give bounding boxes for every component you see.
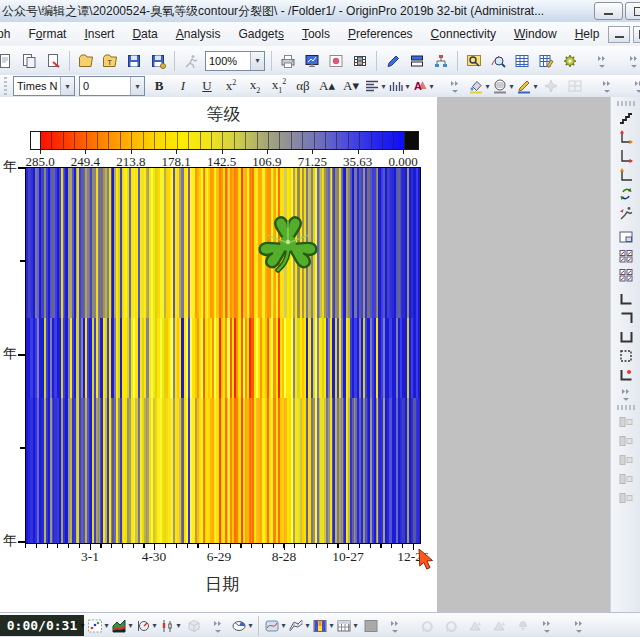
zoom-combo[interactable]: 100%▾ [205, 51, 265, 71]
find-window-icon[interactable] [462, 50, 486, 72]
menu-data[interactable]: Data [123, 23, 166, 45]
fill-color-button[interactable]: ▾ [467, 75, 491, 97]
menu-format[interactable]: Format [19, 23, 75, 45]
tick-style-button[interactable]: ▾ [387, 75, 411, 97]
exchange-xy-button[interactable] [615, 203, 637, 222]
rotation-overflow[interactable] [535, 615, 559, 637]
add-inset-layer-button[interactable] [615, 227, 637, 246]
toolbar-grip[interactable] [617, 405, 635, 410]
menu-tools[interactable]: Tools [293, 23, 339, 45]
print-icon[interactable] [276, 50, 300, 72]
x-minor-tick [251, 544, 252, 548]
menu-analysis[interactable]: Analysis [167, 23, 230, 45]
refresh-graph-button[interactable] [615, 184, 637, 203]
add-axes-button[interactable] [615, 127, 637, 146]
maximize-button[interactable] [625, 2, 640, 20]
video-export-icon[interactable] [348, 50, 372, 72]
open-file-icon[interactable] [74, 50, 98, 72]
merge-panels-button[interactable] [615, 265, 637, 284]
menu-preferences[interactable]: Preferences [339, 23, 422, 45]
menu-window[interactable]: Window [505, 23, 566, 45]
contour-plot-button[interactable]: ▾ [311, 615, 335, 637]
italic-button[interactable]: I [171, 75, 195, 97]
2d-graphs-overflow[interactable] [206, 615, 230, 637]
rescale-button[interactable] [615, 108, 637, 127]
x-minor-tick [143, 544, 144, 548]
layer-open-box-button[interactable] [615, 327, 637, 346]
add-bottom-axis-button[interactable] [615, 146, 637, 165]
minimize-button[interactable] [594, 2, 623, 20]
area-plot-button[interactable]: ▾ [110, 615, 134, 637]
worksheet-icon[interactable] [510, 50, 534, 72]
format-overflow-2[interactable] [595, 75, 619, 97]
toolbar-grip[interactable] [3, 77, 8, 95]
mdi-restore-button[interactable] [633, 26, 640, 43]
underline-button[interactable]: U [195, 75, 219, 97]
layer-frame-button[interactable] [615, 346, 637, 365]
x-tick-label: 8-28 [261, 549, 307, 565]
layer-bottom-left-button[interactable] [615, 289, 637, 308]
format-overflow-1[interactable] [443, 75, 467, 97]
polar-plot-button[interactable]: ▾ [134, 615, 158, 637]
font-size-combo[interactable]: 0▾ [79, 76, 145, 96]
zoom-graph-icon[interactable] [486, 50, 510, 72]
slide-show-icon[interactable] [300, 50, 324, 72]
new-workbook-icon[interactable] [0, 50, 17, 72]
layer-top-right-button[interactable] [615, 308, 637, 327]
empty-swatch[interactable] [359, 615, 383, 637]
options-icon[interactable] [558, 50, 582, 72]
pattern-color-button[interactable]: ▾ [491, 75, 515, 97]
menu-graph[interactable]: Graph [0, 23, 19, 45]
colorbar[interactable] [30, 131, 419, 150]
subsuperscript-button[interactable]: x12 [267, 75, 291, 97]
superscript-button[interactable]: x2 [219, 75, 243, 97]
menu-help[interactable]: Help [566, 23, 609, 45]
y-minor-tick [20, 260, 25, 262]
open-template-icon[interactable]: T [98, 50, 122, 72]
contour-plot[interactable] [25, 167, 421, 544]
toolbar-overflow-1[interactable] [590, 50, 614, 72]
toolbar-grip[interactable] [617, 101, 635, 106]
menu-insert[interactable]: Insert [75, 23, 123, 45]
add-left-axis-button[interactable] [615, 165, 637, 184]
x-minor-tick [111, 544, 112, 548]
3d-surface-button[interactable]: ▾ [263, 615, 287, 637]
graph-window-page[interactable]: 等级 285.0249.4213.8178.1142.5106.971.2535… [0, 97, 437, 612]
increase-font-button[interactable]: A▴ [315, 75, 339, 97]
save-project-icon[interactable] [122, 50, 146, 72]
layer-marker-button[interactable] [615, 365, 637, 384]
subscript-button[interactable]: x2 [243, 75, 267, 97]
font-combo[interactable]: Times N▾ [13, 76, 75, 96]
shamrock-image[interactable] [251, 200, 325, 284]
line-color-button[interactable]: ▾ [515, 75, 539, 97]
graph-toolbar-overflow[interactable] [615, 384, 637, 403]
pie-chart-button[interactable]: ▾ [230, 615, 254, 637]
save-as-icon[interactable] [146, 50, 170, 72]
far-right-overflow[interactable] [567, 615, 591, 637]
send-image-icon[interactable] [324, 50, 348, 72]
layer-list-icon[interactable] [405, 50, 429, 72]
bold-button[interactable]: B [147, 75, 171, 97]
edit-mode-icon[interactable] [381, 50, 405, 72]
x-minor-tick [68, 544, 69, 548]
project-explorer-icon[interactable] [429, 50, 453, 72]
toolbar-overflow-2[interactable] [622, 50, 640, 72]
menu-connectivity[interactable]: Connectivity [422, 23, 505, 45]
menu-gadgets[interactable]: Gadgets [230, 23, 293, 45]
import-data-icon[interactable] [41, 50, 65, 72]
image-plot-button[interactable]: ▾ [335, 615, 359, 637]
stock-plot-button[interactable]: ▾ [158, 615, 182, 637]
3d-wireframe-button[interactable]: ▾ [287, 615, 311, 637]
format-overflow-3[interactable] [627, 75, 640, 97]
x-minor-tick [391, 544, 392, 548]
mdi-minimize-button[interactable] [608, 26, 630, 43]
scatter-plot-button[interactable]: ▾ [86, 615, 110, 637]
greek-button[interactable]: αβ [291, 75, 315, 97]
paragraph-style-button[interactable]: ▾ [363, 75, 387, 97]
extract-panels-button[interactable] [615, 246, 637, 265]
duplicate-window-icon[interactable] [17, 50, 41, 72]
font-color-button[interactable]: A▾ [411, 75, 435, 97]
edit-worksheet-icon[interactable] [534, 50, 558, 72]
decrease-font-button[interactable]: A▾ [339, 75, 363, 97]
3d-graphs-overflow[interactable] [383, 615, 407, 637]
